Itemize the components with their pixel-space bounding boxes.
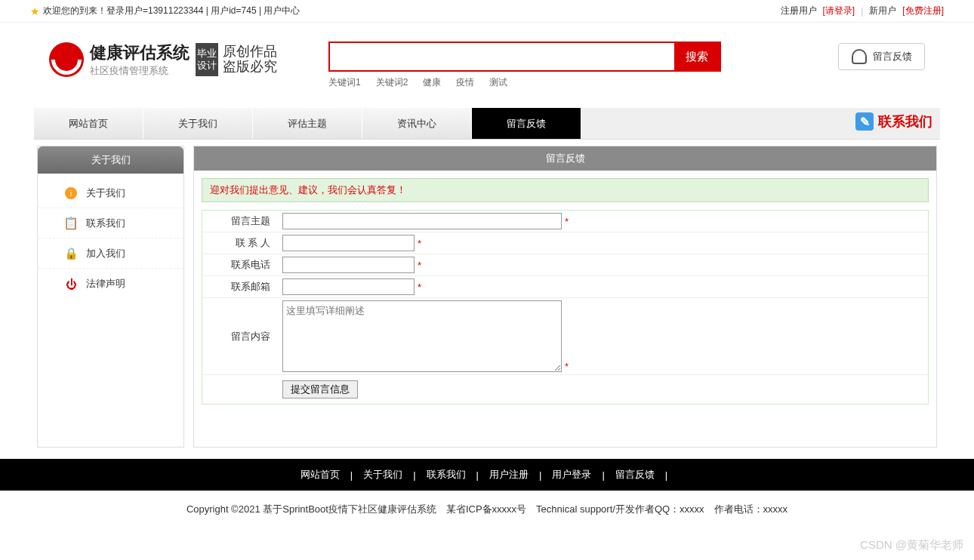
row-phone: 联系电话 * <box>202 254 928 276</box>
footer-copyright: Copyright ©2021 基于SprintBoot疫情下社区健康评估系统 … <box>0 491 974 528</box>
label-subject: 留言主题 <box>202 214 278 228</box>
headset-icon <box>852 49 867 64</box>
sidebar-item-label: 法律声明 <box>86 277 125 291</box>
keyword-link[interactable]: 疫情 <box>456 76 474 89</box>
logo-subtitle: 社区疫情管理系统 <box>90 64 190 78</box>
nav-news[interactable]: 资讯中心 <box>362 108 472 139</box>
nav-about[interactable]: 关于我们 <box>143 108 253 139</box>
nav-topic[interactable]: 评估主题 <box>253 108 362 139</box>
sidebar-item-label: 加入我们 <box>86 247 125 260</box>
row-submit: 提交留言信息 <box>202 375 928 404</box>
required-mark: * <box>418 238 421 249</box>
required-mark: * <box>418 260 421 271</box>
row-subject: 留言主题 * <box>202 211 928 232</box>
reg-user-label: 注册用户 <box>781 5 817 17</box>
search-button[interactable]: 搜索 <box>674 43 720 70</box>
footer-link[interactable]: 留言反馈 <box>615 468 655 482</box>
logo-icon <box>49 42 84 77</box>
search-area: 搜索 关键词1 关键词2 健康 疫情 测试 <box>328 42 838 89</box>
sidebar-header: 关于我们 <box>38 146 183 174</box>
label-contact: 联 系 人 <box>202 236 278 250</box>
topbar: ★ 欢迎您的到来！登录用户=13911223344 | 用户id=745 | 用… <box>0 0 974 23</box>
required-mark: * <box>565 361 569 372</box>
separator: | <box>861 6 863 17</box>
new-user-label: 新用户 <box>869 5 896 17</box>
logo-badge: 毕业 设计 <box>196 43 218 76</box>
row-contact: 联 系 人 * <box>202 232 928 254</box>
search-keywords: 关键词1 关键词2 健康 疫情 测试 <box>328 76 838 89</box>
welcome-text[interactable]: 欢迎您的到来！登录用户=13911223344 | 用户id=745 | 用户中… <box>43 5 300 17</box>
nav-home[interactable]: 网站首页 <box>34 108 143 139</box>
login-link[interactable]: [请登录] <box>823 5 855 17</box>
star-icon: ★ <box>30 5 40 17</box>
sidebar-item-contact[interactable]: 📋 联系我们 <box>38 208 183 238</box>
input-phone[interactable] <box>282 257 415 273</box>
label-content: 留言内容 <box>202 330 278 343</box>
nav-feedback[interactable]: 留言反馈 <box>472 108 581 139</box>
feedback-button-label: 留言反馈 <box>873 50 912 63</box>
row-content: 留言内容 * <box>202 298 928 375</box>
topbar-right: 注册用户 [请登录] | 新用户 [免费注册] <box>781 5 944 17</box>
free-reg-link[interactable]: [免费注册] <box>902 5 944 17</box>
keyword-link[interactable]: 关键词1 <box>328 76 361 89</box>
label-phone: 联系电话 <box>202 258 278 272</box>
logo-area: 健康评估系统 社区疫情管理系统 毕业 设计 原创作品 盗版必究 <box>49 42 328 78</box>
sidebar-item-join[interactable]: 🔒 加入我们 <box>38 238 183 269</box>
input-subject[interactable] <box>282 213 562 229</box>
row-email: 联系邮箱 * <box>202 276 928 298</box>
footer-link[interactable]: 网站首页 <box>301 468 340 482</box>
main-nav: 网站首页 关于我们 评估主题 资讯中心 留言反馈 ✎ 联系我们 <box>34 108 940 140</box>
check-icon: ✎ <box>855 112 874 131</box>
sidebar-item-legal[interactable]: ⏻ 法律声明 <box>38 269 183 299</box>
sidebar-item-label: 联系我们 <box>86 217 125 230</box>
feedback-form: 留言主题 * 联 系 人 * 联系电话 * <box>202 210 929 405</box>
power-icon: ⏻ <box>65 278 77 290</box>
search-input[interactable] <box>330 43 674 70</box>
textarea-content[interactable] <box>282 300 562 372</box>
clipboard-icon: 📋 <box>65 217 77 229</box>
input-contact[interactable] <box>282 235 415 251</box>
sidebar: 关于我们 i 关于我们 📋 联系我们 🔒 加入我们 ⏻ 法律声明 <box>37 146 184 448</box>
tip-message: 迎对我们提出意见、建议，我们会认真答复！ <box>202 178 929 202</box>
logo-title: 健康评估系统 <box>90 42 190 64</box>
search-box: 搜索 <box>328 42 721 72</box>
topbar-left: ★ 欢迎您的到来！登录用户=13911223344 | 用户id=745 | 用… <box>30 5 300 17</box>
main-panel: 留言反馈 迎对我们提出意见、建议，我们会认真答复！ 留言主题 * 联 系 人 *… <box>193 146 937 448</box>
required-mark: * <box>565 216 569 227</box>
submit-button[interactable]: 提交留言信息 <box>282 380 358 398</box>
keyword-link[interactable]: 关键词2 <box>376 76 408 89</box>
logo-text: 健康评估系统 社区疫情管理系统 <box>90 42 190 78</box>
footer-link[interactable]: 关于我们 <box>363 468 402 482</box>
footer-nav: 网站首页| 关于我们| 联系我们| 用户注册| 用户登录| 留言反馈| <box>0 459 974 491</box>
keyword-link[interactable]: 测试 <box>489 76 507 89</box>
contact-us[interactable]: ✎ 联系我们 <box>855 112 932 131</box>
sidebar-item-label: 关于我们 <box>86 186 125 200</box>
content-container: 关于我们 i 关于我们 📋 联系我们 🔒 加入我们 ⏻ 法律声明 留言反馈 迎对… <box>34 146 940 448</box>
info-icon: i <box>65 187 77 199</box>
main-header: 留言反馈 <box>194 146 936 171</box>
sidebar-list: i 关于我们 📋 联系我们 🔒 加入我们 ⏻ 法律声明 <box>38 174 183 303</box>
sidebar-item-about[interactable]: i 关于我们 <box>38 178 183 208</box>
input-email[interactable] <box>282 278 415 295</box>
lock-icon: 🔒 <box>65 248 77 260</box>
label-email: 联系邮箱 <box>202 280 278 294</box>
feedback-button[interactable]: 留言反馈 <box>838 43 925 70</box>
footer-link[interactable]: 用户注册 <box>489 468 529 482</box>
keyword-link[interactable]: 健康 <box>423 76 441 89</box>
contact-label: 联系我们 <box>878 112 932 131</box>
required-mark: * <box>418 282 421 293</box>
footer-link[interactable]: 联系我们 <box>427 468 466 482</box>
logo-script: 原创作品 盗版必究 <box>223 45 277 75</box>
footer-link[interactable]: 用户登录 <box>552 468 591 482</box>
header: 健康评估系统 社区疫情管理系统 毕业 设计 原创作品 盗版必究 搜索 关键词1 … <box>34 23 940 93</box>
